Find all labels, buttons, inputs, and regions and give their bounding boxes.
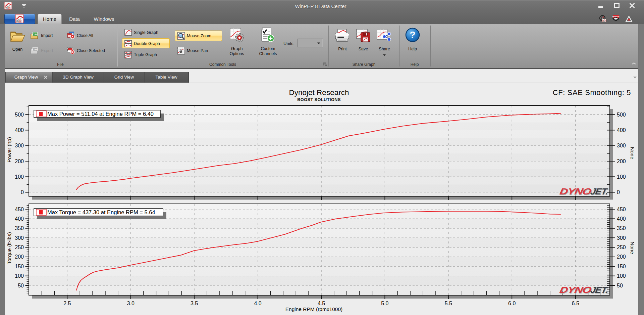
svg-text:400: 400: [15, 216, 24, 222]
svg-text:None: None: [630, 241, 635, 254]
svg-text:CF: SAE Smoothing: 5: CF: SAE Smoothing: 5: [553, 88, 631, 97]
svg-text:200: 200: [617, 159, 626, 164]
svg-text:6.5: 6.5: [572, 301, 579, 306]
svg-text:Torque (ft-lbs): Torque (ft-lbs): [6, 232, 12, 264]
svg-text:Max Power = 511.04 at Engine R: Max Power = 511.04 at Engine RPM = 6.40: [47, 111, 154, 117]
svg-text:None: None: [630, 147, 635, 159]
svg-text:2.5: 2.5: [63, 301, 71, 306]
svg-text:400: 400: [617, 127, 626, 133]
svg-text:100: 100: [617, 174, 626, 180]
svg-text:0: 0: [21, 189, 24, 195]
svg-text:450: 450: [617, 207, 626, 212]
svg-text:5.5: 5.5: [445, 301, 452, 306]
svg-text:500: 500: [15, 112, 24, 118]
svg-text:Dynojet Research: Dynojet Research: [289, 88, 349, 97]
svg-text:150: 150: [15, 264, 24, 269]
svg-text:6.0: 6.0: [508, 301, 516, 306]
svg-text:0: 0: [617, 189, 620, 195]
svg-text:450: 450: [15, 207, 24, 212]
svg-text:BOOST SOLUTIONS: BOOST SOLUTIONS: [297, 97, 341, 102]
svg-text:Max Torque = 437.30 at Engine: Max Torque = 437.30 at Engine RPM = 5.64: [47, 209, 155, 215]
svg-text:350: 350: [15, 225, 24, 231]
svg-text:350: 350: [617, 225, 626, 231]
svg-text:100: 100: [15, 174, 24, 180]
svg-text:Engine RPM (rpmx1000): Engine RPM (rpmx1000): [285, 306, 343, 312]
svg-text:DYNO: DYNO: [559, 187, 592, 197]
svg-text:300: 300: [15, 143, 24, 148]
svg-text:300: 300: [15, 235, 24, 241]
svg-text:50: 50: [18, 283, 24, 288]
svg-text:300: 300: [617, 235, 626, 241]
svg-text:JET.: JET.: [590, 285, 609, 295]
svg-text:400: 400: [617, 216, 626, 222]
svg-text:500: 500: [617, 112, 626, 118]
svg-text:250: 250: [15, 244, 24, 250]
svg-text:Power (hp): Power (hp): [6, 137, 12, 163]
svg-text:5.0: 5.0: [381, 301, 388, 306]
svg-text:4.5: 4.5: [318, 301, 325, 306]
svg-text:200: 200: [15, 254, 24, 260]
svg-text:3.0: 3.0: [127, 301, 135, 306]
svg-text:JET.: JET.: [590, 187, 609, 197]
svg-text:3.5: 3.5: [191, 301, 198, 306]
svg-text:400: 400: [15, 127, 24, 133]
svg-text:100: 100: [15, 273, 24, 279]
svg-text:50: 50: [617, 283, 623, 288]
svg-text:100: 100: [617, 273, 626, 279]
svg-text:DYNO: DYNO: [559, 285, 592, 295]
svg-text:150: 150: [617, 264, 626, 269]
svg-text:200: 200: [15, 159, 24, 164]
svg-text:4.0: 4.0: [254, 301, 261, 306]
svg-text:300: 300: [617, 143, 626, 148]
svg-text:200: 200: [617, 254, 626, 260]
svg-text:250: 250: [617, 244, 626, 250]
